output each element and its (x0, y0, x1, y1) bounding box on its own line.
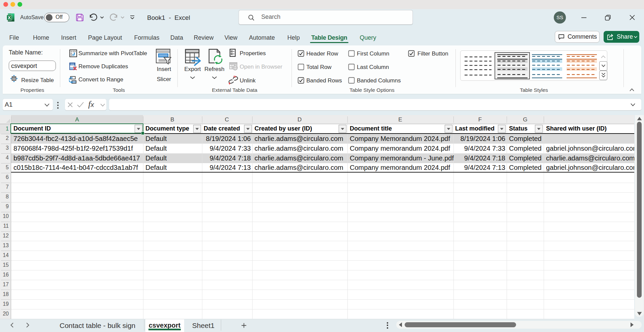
svg-text:X: X (8, 15, 11, 20)
